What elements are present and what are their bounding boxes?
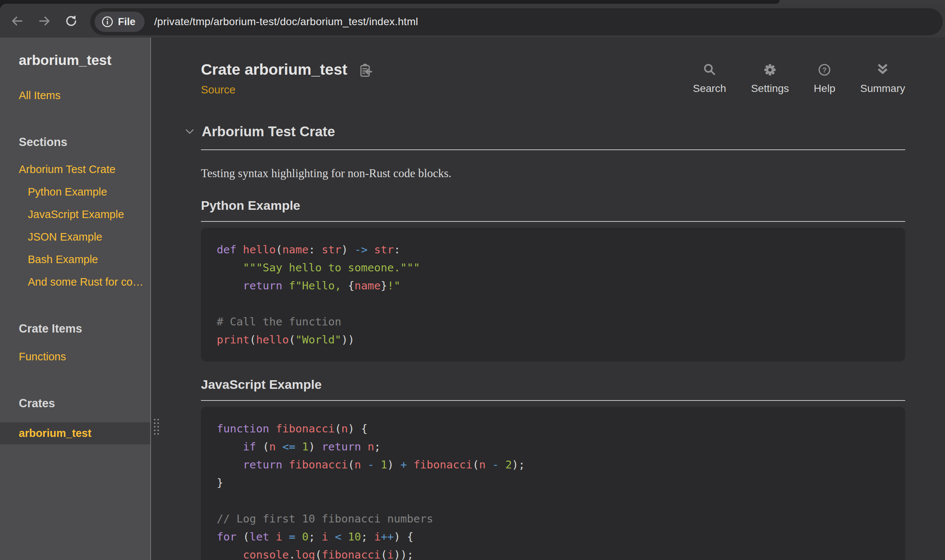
title-block: Crate arborium_test Source <box>201 61 373 96</box>
sidebar-crates-heading: Crates <box>19 397 150 410</box>
sidebar-section-item: Bash Example <box>19 253 150 266</box>
sidebar-section-link[interactable]: JSON Example <box>28 231 102 243</box>
code-line: return f"Hello, {name}!" <box>217 277 890 295</box>
chevron-down-icon <box>185 129 194 135</box>
svg-text:?: ? <box>823 66 827 74</box>
sidebar-crate-title: arborium_test <box>19 52 150 68</box>
sidebar-section-item: And some Rust for co… <box>19 276 150 288</box>
forward-arrow-icon <box>37 14 52 29</box>
sidebar-section-item: JavaScript Example <box>19 208 150 221</box>
javascript-example-heading: JavaScript Example <box>201 377 905 392</box>
page-body: arborium_test All Items Sections Arboriu… <box>0 37 945 560</box>
nav-label-summary: Summary <box>860 83 905 95</box>
section-divider <box>201 149 905 150</box>
sidebar-current-crate-row[interactable]: arborium_test <box>0 422 150 445</box>
sidebar-sections-heading: Sections <box>19 135 150 149</box>
file-scheme-badge[interactable]: File <box>95 12 145 32</box>
source-link[interactable]: Source <box>201 84 236 96</box>
sidebar-section-link[interactable]: Bash Example <box>28 253 98 265</box>
section-heading-row: Arborium Test Crate <box>201 124 905 140</box>
main-content: Crate arborium_test Source Sea <box>151 37 945 560</box>
sidebar-sections-list: Arborium Test CratePython ExampleJavaScr… <box>0 163 150 288</box>
collapse-section-toggle[interactable] <box>185 129 194 135</box>
page-title: Crate arborium_test <box>201 61 373 78</box>
nav-label-settings: Settings <box>751 83 789 95</box>
code-line: if (n <= 1) return n; <box>217 438 890 455</box>
intro-paragraph: Testing syntax highlighting for non-Rust… <box>201 167 905 180</box>
gear-icon <box>763 63 777 77</box>
double-chevron-down-icon <box>876 63 890 77</box>
code-line: // Log first 10 fibonacci numbers <box>217 510 890 528</box>
javascript-code-block: function fibonacci(n) { if (n <= 1) retu… <box>201 407 905 560</box>
back-arrow-icon <box>10 14 25 29</box>
nav-label-search: Search <box>693 83 726 95</box>
nav-item-search[interactable]: Search <box>693 63 726 95</box>
sidebar-current-crate-link[interactable]: arborium_test <box>19 427 91 439</box>
nav-item-settings[interactable]: Settings <box>751 63 789 95</box>
url-bar[interactable]: File /private/tmp/arborium-test/doc/arbo… <box>90 8 943 35</box>
code-line: def hello(name: str) -> str: <box>217 241 890 258</box>
forward-button[interactable] <box>36 13 52 29</box>
back-button[interactable] <box>9 13 26 29</box>
sidebar-section-item: Arborium Test Crate <box>19 163 150 175</box>
python-heading-divider <box>201 221 905 222</box>
code-line: # Call the function <box>217 313 890 331</box>
search-icon <box>703 63 716 77</box>
page-header: Crate arborium_test Source Sea <box>201 37 905 96</box>
code-line: for (let i = 0; i < 10; i++) { <box>217 528 890 546</box>
code-line: return fibonacci(n - 1) + fibonacci(n - … <box>217 455 890 474</box>
url-text[interactable]: /private/tmp/arborium-test/doc/arborium_… <box>154 16 418 28</box>
javascript-heading-divider <box>201 400 905 401</box>
sidebar-section-link[interactable]: And some Rust for co… <box>28 276 143 288</box>
sidebar-section-link[interactable]: Python Example <box>28 186 107 198</box>
sidebar-section-item: JSON Example <box>19 231 150 243</box>
code-line <box>217 295 890 313</box>
browser-toolbar: File /private/tmp/arborium-test/doc/arbo… <box>0 4 945 37</box>
reload-button[interactable] <box>63 13 80 29</box>
copy-path-button[interactable] <box>358 63 373 78</box>
section-title: Arborium Test Crate <box>202 124 335 140</box>
code-line: } <box>217 474 890 492</box>
browser-topbar: File /private/tmp/arborium-test/doc/arbo… <box>0 0 945 37</box>
page-title-text: Crate arborium_test <box>201 61 347 78</box>
info-icon <box>102 16 113 28</box>
sidebar-all-items-link[interactable]: All Items <box>19 89 60 102</box>
python-code-block: def hello(name: str) -> str: """Say hell… <box>201 228 905 362</box>
code-line: console.log(fibonacci(i)); <box>217 546 890 560</box>
code-line: """Say hello to someone.""" <box>217 258 890 277</box>
code-line: function fibonacci(n) { <box>217 420 890 438</box>
code-line: print(hello("World")) <box>217 331 890 349</box>
file-badge-label: File <box>118 16 136 28</box>
code-line <box>217 492 890 510</box>
sidebar-item-functions[interactable]: Functions <box>19 351 66 363</box>
sidebar-section-link[interactable]: Arborium Test Crate <box>19 163 115 175</box>
top-nav: Search Settings <box>693 63 905 95</box>
help-icon: ? <box>818 63 831 77</box>
tab-remnant <box>0 0 780 4</box>
sidebar-section-link[interactable]: JavaScript Example <box>28 208 124 220</box>
python-example-heading: Python Example <box>201 198 905 213</box>
nav-label-help: Help <box>814 83 836 95</box>
clipboard-copy-icon <box>358 63 373 78</box>
sidebar-section-item: Python Example <box>19 186 150 198</box>
sidebar: arborium_test All Items Sections Arboriu… <box>0 37 151 560</box>
reload-icon <box>64 14 79 29</box>
nav-item-help[interactable]: ? Help <box>814 63 836 95</box>
nav-item-summary[interactable]: Summary <box>860 63 905 95</box>
sidebar-crate-items-heading: Crate Items <box>19 322 150 335</box>
